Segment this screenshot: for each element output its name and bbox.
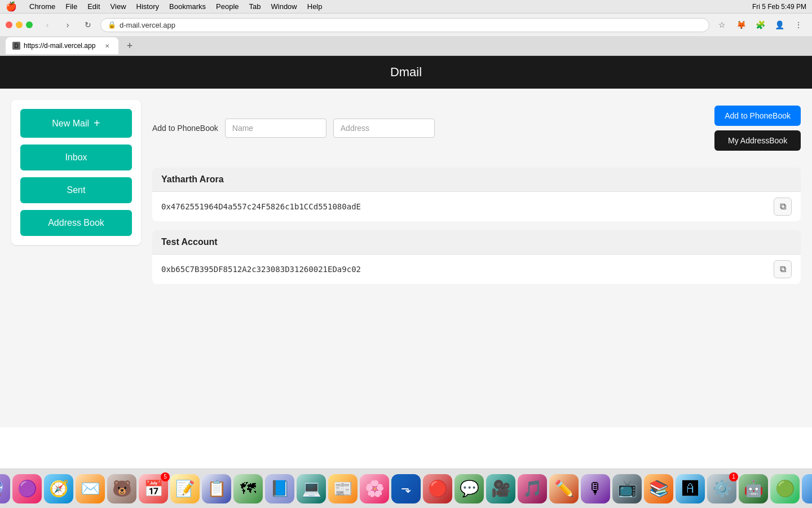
contact-address-row-1: 0xb65C7B395DF8512A2c323083D31260021EDa9c… bbox=[152, 254, 801, 284]
dock-maps[interactable]: 🗺 bbox=[233, 474, 263, 503]
contact-name-0: Yatharth Arora bbox=[152, 168, 801, 191]
prefs-badge: 1 bbox=[729, 472, 738, 481]
calendar-badge: 5 bbox=[161, 472, 170, 481]
maximize-window-button[interactable] bbox=[26, 21, 33, 28]
extension-button-1[interactable]: 🦊 bbox=[733, 17, 749, 33]
add-phonebook-label: Add to PhoneBook bbox=[152, 124, 218, 133]
app-body: New Mail + Inbox Sent Address Book Add t… bbox=[0, 89, 812, 427]
dock-onenote[interactable]: 📘 bbox=[265, 474, 294, 503]
tab-bar: D https://d-mail.vercel.app ✕ + bbox=[0, 36, 812, 55]
copy-address-button-1[interactable]: ⧉ bbox=[774, 260, 792, 278]
browser-toolbar: ‹ › ↻ 🔒 d-mail.vercel.app ☆ 🦊 🧩 👤 ⋮ bbox=[0, 14, 812, 36]
menu-help[interactable]: Help bbox=[307, 2, 323, 11]
contact-card-0: Yatharth Arora 0x4762551964D4a557c24F582… bbox=[152, 168, 801, 221]
dock-terminal[interactable]: 💻 bbox=[297, 474, 326, 503]
dock-reminders[interactable]: 📋 bbox=[202, 474, 231, 503]
contact-card-1: Test Account 0xb65C7B395DF8512A2c323083D… bbox=[152, 230, 801, 284]
dock-android[interactable]: 🤖 bbox=[739, 474, 768, 503]
url-display: d-mail.vercel.app bbox=[120, 21, 702, 29]
menu-people[interactable]: People bbox=[216, 2, 239, 11]
traffic-lights bbox=[6, 21, 33, 28]
lock-icon: 🔒 bbox=[108, 21, 116, 29]
minimize-window-button[interactable] bbox=[16, 21, 23, 28]
add-to-phonebook-button[interactable]: Add to PhoneBook bbox=[714, 106, 801, 126]
forward-button[interactable]: › bbox=[60, 17, 76, 33]
dock-vscode[interactable]: ⬎ bbox=[391, 474, 421, 503]
dock-photos[interactable]: 🌸 bbox=[360, 474, 389, 503]
dock-facetime[interactable]: 🎥 bbox=[486, 474, 515, 503]
menu-bar-right: Fri 5 Feb 5:49 PM bbox=[752, 3, 806, 11]
menu-view[interactable]: View bbox=[111, 2, 126, 11]
tab-title: https://d-mail.vercel.app bbox=[24, 42, 95, 50]
address-book-label: Address Book bbox=[48, 218, 104, 228]
contact-address-0: 0x4762551964D4a557c24F5826c1b1CCd551080a… bbox=[161, 202, 774, 211]
dock-music[interactable]: 🎵 bbox=[518, 474, 547, 503]
more-options-button[interactable]: ⋮ bbox=[791, 17, 806, 33]
contact-name-1: Test Account bbox=[152, 230, 801, 254]
sent-label: Sent bbox=[67, 185, 86, 195]
menu-bar: 🍎 Chrome File Edit View History Bookmark… bbox=[0, 0, 812, 14]
menu-file[interactable]: File bbox=[65, 2, 77, 11]
close-window-button[interactable] bbox=[6, 21, 12, 28]
my-addressbook-button[interactable]: My AddressBook bbox=[714, 130, 801, 151]
add-phonebook-row: Add to PhoneBook Add to PhoneBook My Add… bbox=[152, 100, 801, 156]
copy-icon-0: ⧉ bbox=[780, 202, 786, 212]
dock: 🔵 🔮 🟣 🧭 ✉️ 🐻 📅 5 📝 📋 🗺 📘 💻 📰 🌸 ⬎ 🔴 💬 🎥 🎵… bbox=[0, 468, 812, 508]
dock-chrome[interactable]: 🔴 bbox=[423, 474, 452, 503]
tab-favicon: D bbox=[12, 42, 20, 50]
app-header: Dmail bbox=[0, 56, 812, 89]
contact-address-1: 0xb65C7B395DF8512A2c323083D31260021EDa9c… bbox=[161, 265, 774, 274]
menu-edit[interactable]: Edit bbox=[87, 2, 100, 11]
main-content: Add to PhoneBook Add to PhoneBook My Add… bbox=[152, 100, 801, 416]
address-bar[interactable]: 🔒 d-mail.vercel.app bbox=[100, 18, 709, 32]
apple-menu[interactable]: 🍎 bbox=[6, 1, 17, 12]
browser-frame: ‹ › ↻ 🔒 d-mail.vercel.app ☆ 🦊 🧩 👤 ⋮ D ht… bbox=[0, 14, 812, 56]
phonebook-name-input[interactable] bbox=[225, 119, 326, 138]
dock-podcasts[interactable]: 🎙 bbox=[581, 474, 610, 503]
new-mail-button[interactable]: New Mail + bbox=[20, 109, 132, 138]
back-button[interactable]: ‹ bbox=[39, 17, 55, 33]
new-tab-button[interactable]: + bbox=[122, 38, 138, 54]
dock-bear[interactable]: 🐻 bbox=[107, 474, 136, 503]
contact-address-row-0: 0x4762551964D4a557c24F5826c1b1CCd551080a… bbox=[152, 191, 801, 221]
menu-tab[interactable]: Tab bbox=[249, 2, 261, 11]
app-title: Dmail bbox=[390, 65, 422, 79]
copy-address-button-0[interactable]: ⧉ bbox=[774, 198, 792, 216]
tab-close-button[interactable]: ✕ bbox=[103, 41, 112, 50]
menu-chrome[interactable]: Chrome bbox=[29, 2, 55, 11]
inbox-button[interactable]: Inbox bbox=[20, 144, 132, 170]
copy-icon-1: ⧉ bbox=[780, 264, 786, 274]
extension-button-2[interactable]: 🧩 bbox=[752, 17, 768, 33]
dock-launchpad[interactable]: 🟣 bbox=[12, 474, 42, 503]
sent-button[interactable]: Sent bbox=[20, 177, 132, 203]
menu-window[interactable]: Window bbox=[271, 2, 297, 11]
phonebook-address-input[interactable] bbox=[333, 119, 435, 138]
new-mail-label: New Mail bbox=[52, 119, 89, 129]
dock-appstore[interactable]: 🅰 bbox=[676, 474, 705, 503]
active-tab[interactable]: D https://d-mail.vercel.app ✕ bbox=[6, 37, 118, 54]
dock-systemprefs[interactable]: ⚙️ 1 bbox=[707, 474, 736, 503]
bookmark-star-button[interactable]: ☆ bbox=[714, 17, 730, 33]
dock-stickies[interactable]: 📝 bbox=[170, 474, 200, 503]
browser-actions: ☆ 🦊 🧩 👤 ⋮ bbox=[714, 17, 806, 33]
dock-books[interactable]: 📚 bbox=[644, 474, 673, 503]
menubar-time: Fri 5 Feb 5:49 PM bbox=[752, 3, 806, 11]
dock-appletv[interactable]: 📺 bbox=[612, 474, 642, 503]
phonebook-actions: Add to PhoneBook My AddressBook bbox=[714, 106, 801, 151]
dock-messages[interactable]: 💬 bbox=[454, 474, 484, 503]
menu-bookmarks[interactable]: Bookmarks bbox=[169, 2, 206, 11]
inbox-label: Inbox bbox=[65, 152, 87, 163]
address-book-button[interactable]: Address Book bbox=[20, 210, 132, 236]
dock-safari[interactable]: 🧭 bbox=[44, 474, 73, 503]
profile-button[interactable]: 👤 bbox=[771, 17, 787, 33]
dock-textedit[interactable]: ✏️ bbox=[549, 474, 579, 503]
dock-newsbar[interactable]: 📰 bbox=[328, 474, 358, 503]
dock-calendar[interactable]: 📅 5 bbox=[139, 474, 168, 503]
menu-history[interactable]: History bbox=[136, 2, 159, 11]
reload-button[interactable]: ↻ bbox=[80, 17, 96, 33]
plus-icon: + bbox=[94, 117, 100, 130]
dock-mail[interactable]: ✉️ bbox=[76, 474, 105, 503]
dock-siri[interactable]: 🔮 bbox=[0, 474, 10, 503]
dock-desktop[interactable]: 🖥 bbox=[802, 474, 812, 503]
dock-spotify[interactable]: 🟢 bbox=[770, 474, 800, 503]
